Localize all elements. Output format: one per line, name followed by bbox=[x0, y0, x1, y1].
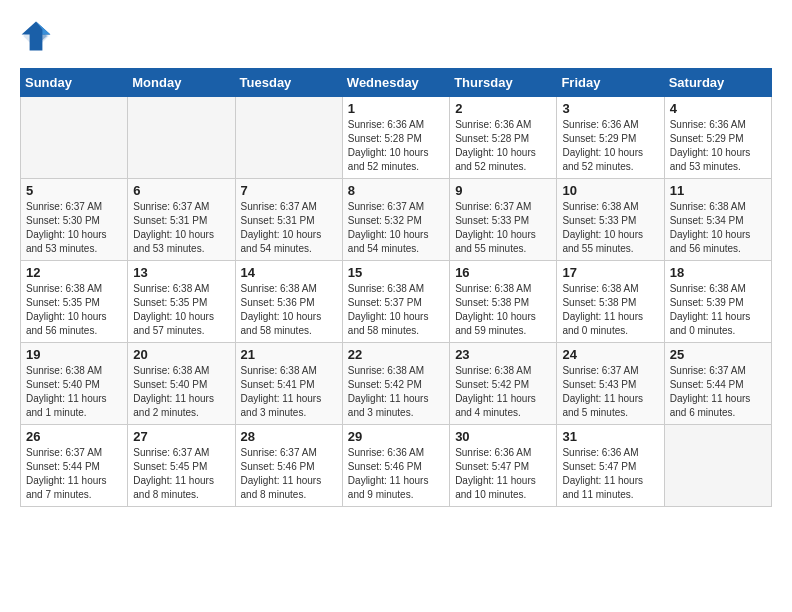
calendar-header-wednesday: Wednesday bbox=[342, 69, 449, 97]
calendar-cell: 26Sunrise: 6:37 AM Sunset: 5:44 PM Dayli… bbox=[21, 425, 128, 507]
day-info: Sunrise: 6:38 AM Sunset: 5:34 PM Dayligh… bbox=[670, 200, 766, 256]
calendar-header-sunday: Sunday bbox=[21, 69, 128, 97]
calendar-cell: 2Sunrise: 6:36 AM Sunset: 5:28 PM Daylig… bbox=[450, 97, 557, 179]
day-info: Sunrise: 6:37 AM Sunset: 5:44 PM Dayligh… bbox=[670, 364, 766, 420]
calendar-cell: 7Sunrise: 6:37 AM Sunset: 5:31 PM Daylig… bbox=[235, 179, 342, 261]
day-info: Sunrise: 6:38 AM Sunset: 5:35 PM Dayligh… bbox=[26, 282, 122, 338]
logo-icon bbox=[20, 20, 52, 52]
calendar-header-row: SundayMondayTuesdayWednesdayThursdayFrid… bbox=[21, 69, 772, 97]
day-info: Sunrise: 6:38 AM Sunset: 5:36 PM Dayligh… bbox=[241, 282, 337, 338]
day-info: Sunrise: 6:37 AM Sunset: 5:45 PM Dayligh… bbox=[133, 446, 229, 502]
day-number: 27 bbox=[133, 429, 229, 444]
day-number: 2 bbox=[455, 101, 551, 116]
calendar-table: SundayMondayTuesdayWednesdayThursdayFrid… bbox=[20, 68, 772, 507]
calendar-cell: 21Sunrise: 6:38 AM Sunset: 5:41 PM Dayli… bbox=[235, 343, 342, 425]
calendar-cell: 17Sunrise: 6:38 AM Sunset: 5:38 PM Dayli… bbox=[557, 261, 664, 343]
calendar-cell: 11Sunrise: 6:38 AM Sunset: 5:34 PM Dayli… bbox=[664, 179, 771, 261]
day-number: 12 bbox=[26, 265, 122, 280]
calendar-cell: 3Sunrise: 6:36 AM Sunset: 5:29 PM Daylig… bbox=[557, 97, 664, 179]
calendar-header-tuesday: Tuesday bbox=[235, 69, 342, 97]
calendar-cell: 22Sunrise: 6:38 AM Sunset: 5:42 PM Dayli… bbox=[342, 343, 449, 425]
calendar-cell: 1Sunrise: 6:36 AM Sunset: 5:28 PM Daylig… bbox=[342, 97, 449, 179]
day-number: 30 bbox=[455, 429, 551, 444]
day-info: Sunrise: 6:37 AM Sunset: 5:32 PM Dayligh… bbox=[348, 200, 444, 256]
logo bbox=[20, 20, 58, 52]
day-info: Sunrise: 6:36 AM Sunset: 5:28 PM Dayligh… bbox=[455, 118, 551, 174]
day-info: Sunrise: 6:36 AM Sunset: 5:46 PM Dayligh… bbox=[348, 446, 444, 502]
day-number: 16 bbox=[455, 265, 551, 280]
calendar-week-row: 12Sunrise: 6:38 AM Sunset: 5:35 PM Dayli… bbox=[21, 261, 772, 343]
day-info: Sunrise: 6:37 AM Sunset: 5:30 PM Dayligh… bbox=[26, 200, 122, 256]
day-number: 6 bbox=[133, 183, 229, 198]
page-header bbox=[20, 20, 772, 52]
calendar-cell bbox=[235, 97, 342, 179]
day-info: Sunrise: 6:38 AM Sunset: 5:33 PM Dayligh… bbox=[562, 200, 658, 256]
day-number: 5 bbox=[26, 183, 122, 198]
day-info: Sunrise: 6:37 AM Sunset: 5:31 PM Dayligh… bbox=[241, 200, 337, 256]
day-info: Sunrise: 6:37 AM Sunset: 5:31 PM Dayligh… bbox=[133, 200, 229, 256]
day-number: 25 bbox=[670, 347, 766, 362]
day-number: 11 bbox=[670, 183, 766, 198]
day-number: 21 bbox=[241, 347, 337, 362]
calendar-cell: 25Sunrise: 6:37 AM Sunset: 5:44 PM Dayli… bbox=[664, 343, 771, 425]
calendar-header-friday: Friday bbox=[557, 69, 664, 97]
day-number: 17 bbox=[562, 265, 658, 280]
calendar-cell: 14Sunrise: 6:38 AM Sunset: 5:36 PM Dayli… bbox=[235, 261, 342, 343]
day-number: 23 bbox=[455, 347, 551, 362]
day-number: 19 bbox=[26, 347, 122, 362]
day-number: 28 bbox=[241, 429, 337, 444]
day-info: Sunrise: 6:37 AM Sunset: 5:46 PM Dayligh… bbox=[241, 446, 337, 502]
day-number: 29 bbox=[348, 429, 444, 444]
calendar-cell: 19Sunrise: 6:38 AM Sunset: 5:40 PM Dayli… bbox=[21, 343, 128, 425]
day-info: Sunrise: 6:38 AM Sunset: 5:41 PM Dayligh… bbox=[241, 364, 337, 420]
day-number: 1 bbox=[348, 101, 444, 116]
day-number: 26 bbox=[26, 429, 122, 444]
calendar-cell bbox=[664, 425, 771, 507]
calendar-week-row: 19Sunrise: 6:38 AM Sunset: 5:40 PM Dayli… bbox=[21, 343, 772, 425]
day-number: 9 bbox=[455, 183, 551, 198]
calendar-cell: 13Sunrise: 6:38 AM Sunset: 5:35 PM Dayli… bbox=[128, 261, 235, 343]
calendar-cell: 10Sunrise: 6:38 AM Sunset: 5:33 PM Dayli… bbox=[557, 179, 664, 261]
day-info: Sunrise: 6:38 AM Sunset: 5:42 PM Dayligh… bbox=[348, 364, 444, 420]
calendar-header-saturday: Saturday bbox=[664, 69, 771, 97]
calendar-cell: 8Sunrise: 6:37 AM Sunset: 5:32 PM Daylig… bbox=[342, 179, 449, 261]
day-info: Sunrise: 6:38 AM Sunset: 5:35 PM Dayligh… bbox=[133, 282, 229, 338]
day-number: 22 bbox=[348, 347, 444, 362]
calendar-cell: 15Sunrise: 6:38 AM Sunset: 5:37 PM Dayli… bbox=[342, 261, 449, 343]
day-info: Sunrise: 6:36 AM Sunset: 5:47 PM Dayligh… bbox=[455, 446, 551, 502]
day-info: Sunrise: 6:38 AM Sunset: 5:39 PM Dayligh… bbox=[670, 282, 766, 338]
calendar-cell: 20Sunrise: 6:38 AM Sunset: 5:40 PM Dayli… bbox=[128, 343, 235, 425]
calendar-cell: 5Sunrise: 6:37 AM Sunset: 5:30 PM Daylig… bbox=[21, 179, 128, 261]
calendar-cell: 28Sunrise: 6:37 AM Sunset: 5:46 PM Dayli… bbox=[235, 425, 342, 507]
calendar-week-row: 5Sunrise: 6:37 AM Sunset: 5:30 PM Daylig… bbox=[21, 179, 772, 261]
calendar-cell: 30Sunrise: 6:36 AM Sunset: 5:47 PM Dayli… bbox=[450, 425, 557, 507]
day-number: 10 bbox=[562, 183, 658, 198]
calendar-header-monday: Monday bbox=[128, 69, 235, 97]
day-info: Sunrise: 6:36 AM Sunset: 5:29 PM Dayligh… bbox=[562, 118, 658, 174]
day-info: Sunrise: 6:38 AM Sunset: 5:38 PM Dayligh… bbox=[562, 282, 658, 338]
day-info: Sunrise: 6:38 AM Sunset: 5:42 PM Dayligh… bbox=[455, 364, 551, 420]
calendar-week-row: 1Sunrise: 6:36 AM Sunset: 5:28 PM Daylig… bbox=[21, 97, 772, 179]
calendar-header-thursday: Thursday bbox=[450, 69, 557, 97]
day-number: 14 bbox=[241, 265, 337, 280]
day-number: 7 bbox=[241, 183, 337, 198]
calendar-cell: 16Sunrise: 6:38 AM Sunset: 5:38 PM Dayli… bbox=[450, 261, 557, 343]
day-number: 24 bbox=[562, 347, 658, 362]
day-number: 8 bbox=[348, 183, 444, 198]
calendar-cell: 18Sunrise: 6:38 AM Sunset: 5:39 PM Dayli… bbox=[664, 261, 771, 343]
day-info: Sunrise: 6:37 AM Sunset: 5:33 PM Dayligh… bbox=[455, 200, 551, 256]
calendar-cell: 9Sunrise: 6:37 AM Sunset: 5:33 PM Daylig… bbox=[450, 179, 557, 261]
calendar-cell: 4Sunrise: 6:36 AM Sunset: 5:29 PM Daylig… bbox=[664, 97, 771, 179]
day-info: Sunrise: 6:37 AM Sunset: 5:43 PM Dayligh… bbox=[562, 364, 658, 420]
calendar-cell: 12Sunrise: 6:38 AM Sunset: 5:35 PM Dayli… bbox=[21, 261, 128, 343]
calendar-cell: 24Sunrise: 6:37 AM Sunset: 5:43 PM Dayli… bbox=[557, 343, 664, 425]
day-info: Sunrise: 6:36 AM Sunset: 5:47 PM Dayligh… bbox=[562, 446, 658, 502]
day-info: Sunrise: 6:36 AM Sunset: 5:28 PM Dayligh… bbox=[348, 118, 444, 174]
calendar-cell bbox=[128, 97, 235, 179]
day-info: Sunrise: 6:37 AM Sunset: 5:44 PM Dayligh… bbox=[26, 446, 122, 502]
calendar-cell bbox=[21, 97, 128, 179]
calendar-cell: 27Sunrise: 6:37 AM Sunset: 5:45 PM Dayli… bbox=[128, 425, 235, 507]
day-info: Sunrise: 6:38 AM Sunset: 5:40 PM Dayligh… bbox=[26, 364, 122, 420]
day-info: Sunrise: 6:38 AM Sunset: 5:40 PM Dayligh… bbox=[133, 364, 229, 420]
day-number: 31 bbox=[562, 429, 658, 444]
